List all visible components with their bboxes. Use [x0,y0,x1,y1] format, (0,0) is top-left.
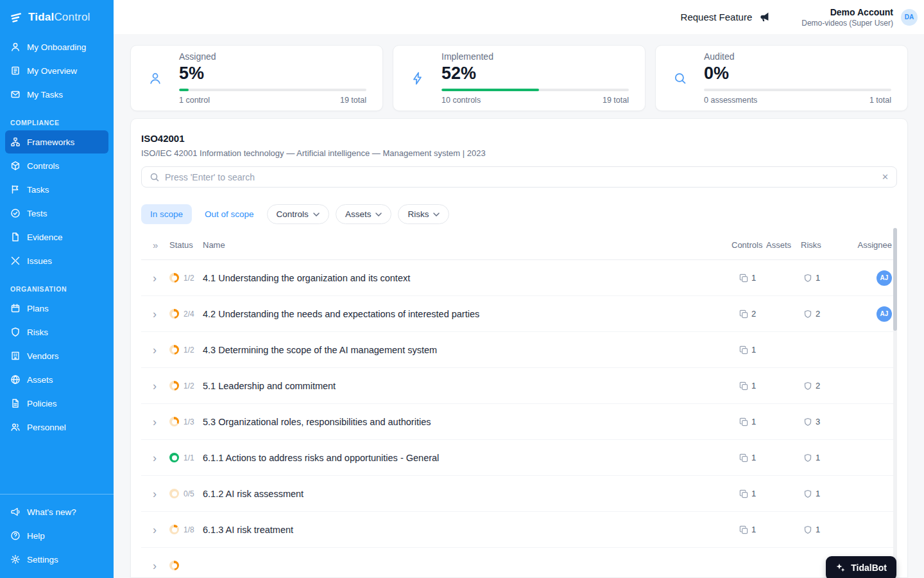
row-expand-chevron[interactable]: › [141,380,169,392]
document-icon [10,398,21,408]
row-risks-count: 1 [797,453,835,462]
sidebar-item-risks[interactable]: Risks [5,320,108,344]
filter-risks-dropdown[interactable]: Risks [398,204,449,224]
row-expand-chevron[interactable]: › [141,524,169,536]
sidebar-item-label: Policies [27,399,57,408]
sidebar-item-tasks[interactable]: Tasks [5,178,108,201]
app-logo[interactable]: TidalControl [0,0,114,35]
status-donut-icon [169,489,179,498]
sidebar-item-plans[interactable]: Plans [5,297,108,320]
row-name[interactable]: 6.1.3 AI risk treatment [203,525,725,535]
row-expand-chevron[interactable]: › [141,452,169,464]
sidebar-item-frameworks[interactable]: Frameworks [5,130,108,153]
risk-shield-icon [803,417,812,426]
sidebar-item-vendors[interactable]: Vendors [5,344,108,367]
sidebar-item-evidence[interactable]: Evidence [5,225,108,249]
table-scrollbar-thumb[interactable] [893,228,897,331]
sidebar-item-help[interactable]: Help [5,524,108,547]
sidebar-item-label: What's new? [27,507,76,517]
sidebar-item-label: Issues [27,256,52,266]
sidebar-item-label: Assets [27,375,53,385]
sidebar-item-my-overview[interactable]: My Overview [5,59,108,82]
tools-icon [10,256,21,266]
table-row[interactable]: › 1/8 6.1.3 AI risk treatment 1 1 [141,512,897,548]
status-fraction: 1/2 [184,381,194,390]
sidebar-item-controls[interactable]: Controls [5,154,108,177]
sidebar-item-my-tasks[interactable]: My Tasks [5,83,108,106]
assignee-avatar[interactable]: AJ [877,270,892,286]
assignee-avatar[interactable]: AJ [877,306,892,322]
sidebar-item-label: Tests [27,209,47,218]
controls-copy-icon [739,453,748,462]
controls-copy-icon [739,381,748,390]
status-donut-icon [169,561,179,570]
chevron-down-icon [433,213,440,216]
topbar: Request Feature Demo Account Demo-videos… [114,0,924,34]
sidebar-item-whats-new[interactable]: What's new? [5,500,108,523]
row-status: 1/2 [169,273,203,283]
row-expand-chevron[interactable]: › [141,416,169,428]
row-name[interactable]: 6.1.2 AI risk assessment [203,489,725,499]
stat-card-audited: Audited 0% 0 assessments 1 total [655,45,908,111]
row-name[interactable]: 6.1.1 Actions to address risks and oppor… [203,453,725,463]
table-row[interactable]: › 1/2 4.1 Understanding the organization… [141,260,897,296]
row-risks-count: 3 [797,417,835,426]
sidebar-item-settings[interactable]: Settings [5,548,108,571]
row-expand-chevron[interactable]: › [141,488,169,500]
stat-count: 0 assessments [704,96,757,105]
megaphone-icon [758,11,771,23]
row-name[interactable]: 4.1 Understanding the organization and i… [203,273,725,283]
table-row[interactable]: › 2/4 4.2 Understanding the needs and ex… [141,296,897,332]
expand-all-icon[interactable]: » [141,240,169,250]
row-controls-count: 1 [725,417,761,426]
sidebar-item-policies[interactable]: Policies [5,392,108,415]
sidebar-item-personnel[interactable]: Personnel [5,416,108,439]
row-status: 1/8 [169,525,203,534]
filter-controls-dropdown[interactable]: Controls [267,204,329,224]
request-feature-button[interactable]: Request Feature [681,11,771,23]
sidebar-item-label: Frameworks [27,137,74,147]
request-feature-label: Request Feature [681,12,753,22]
stat-total: 1 total [869,96,891,105]
table-row[interactable]: › 1/2 4.3 Determining the scope of the A… [141,332,897,368]
magnifier-icon [673,71,687,85]
table-row[interactable]: › 1/2 5.1 Leadership and commitment 1 2 [141,368,897,404]
progress-track [441,89,629,91]
account-avatar[interactable]: DA [901,9,918,26]
stat-card-assigned: Assigned 5% 1 control 19 total [130,45,383,111]
filter-assets-dropdown[interactable]: Assets [336,204,392,224]
row-name[interactable]: 4.2 Understanding the needs and expectat… [203,309,725,319]
sidebar-item-tests[interactable]: Tests [5,202,108,225]
filter-in-scope[interactable]: In scope [141,204,192,224]
search-input[interactable] [165,172,877,182]
tidalbot-button[interactable]: TidalBot [826,556,896,578]
row-name[interactable]: 5.1 Leadership and commitment [203,381,725,391]
sidebar-item-label: Plans [27,304,49,313]
overview-icon [10,66,21,76]
row-status: 1/2 [169,345,203,355]
table-row[interactable]: › 0/5 6.1.2 AI risk assessment 1 1 [141,476,897,512]
sidebar-item-assets[interactable]: Assets [5,368,108,391]
status-donut-icon [169,453,179,462]
account-menu[interactable]: Demo Account Demo-videos (Super User) DA [801,7,918,28]
search-clear-icon[interactable]: ✕ [882,173,889,181]
row-expand-chevron[interactable]: › [141,308,169,320]
table-row-partial[interactable]: › [141,548,897,578]
sidebar-section-organisation: ORGANISATION [0,285,114,293]
sidebar-item-issues[interactable]: Issues [5,249,108,272]
search-icon [150,172,160,182]
row-name[interactable]: 5.3 Organizational roles, responsibiliti… [203,417,725,427]
table-row[interactable]: › 1/1 6.1.1 Actions to address risks and… [141,440,897,476]
row-expand-chevron[interactable]: › [141,344,169,356]
table-row[interactable]: › 1/3 5.3 Organizational roles, responsi… [141,404,897,440]
dropdown-label: Risks [407,209,429,219]
row-status: 1/1 [169,453,203,462]
row-name[interactable]: 4.3 Determining the scope of the AI mana… [203,345,725,355]
row-expand-chevron[interactable]: › [141,560,169,572]
row-expand-chevron[interactable]: › [141,272,169,284]
sidebar-item-my-onboarding[interactable]: My Onboarding [5,35,108,58]
row-status [169,561,203,570]
mail-icon [10,89,21,100]
filter-out-of-scope[interactable]: Out of scope [198,204,261,224]
main-content: Assigned 5% 1 control 19 total Implement… [114,34,924,578]
